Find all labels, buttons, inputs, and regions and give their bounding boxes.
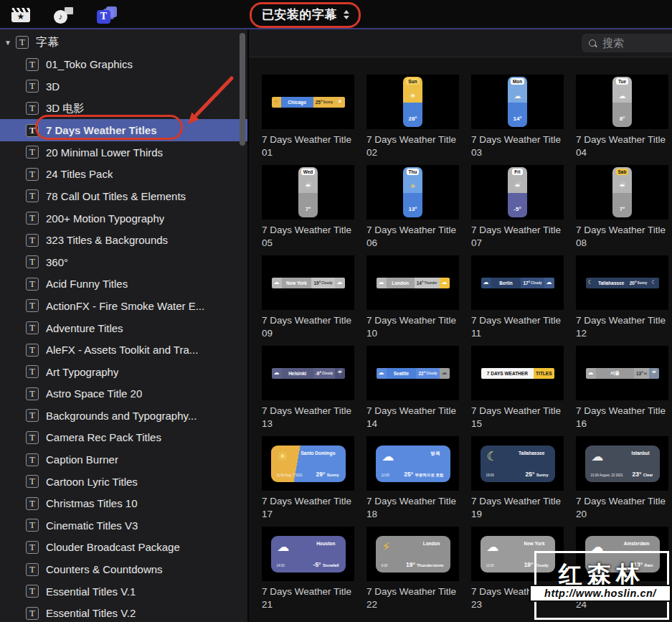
- sidebar-item[interactable]: TClouder Broadcast Package: [0, 537, 247, 559]
- title-thumbnail[interactable]: Istanbul☁21:00 August, 22 202123° Clear: [576, 436, 668, 491]
- cloud-icon: ☁: [619, 93, 626, 100]
- time-label: 21:00 August, 22 2021: [591, 473, 623, 477]
- sidebar-item[interactable]: TCinematic Titles V3: [0, 514, 247, 537]
- sidebar-item[interactable]: TAdventure Titles: [0, 317, 247, 339]
- title-caption: 7 Days Weather Title 21: [262, 585, 354, 611]
- sidebar-item[interactable]: TAstro Space Title 20: [0, 383, 247, 405]
- title-thumbnail[interactable]: ☀Chicago25°Sunny☀: [262, 75, 354, 129]
- day-label: Fri: [512, 169, 522, 175]
- sidebar-item[interactable]: TCaption Burner: [0, 448, 247, 471]
- title-thumbnail[interactable]: ☾Tallahassee20°Sunny☾: [576, 255, 668, 310]
- sidebar-item[interactable]: T7 Days Weather Titles: [0, 119, 247, 141]
- title-tile[interactable]: ☁서울13°비☔7 Days Weather Title 16: [576, 346, 668, 430]
- weather-lowerthird-bar: ☁Seattle22°Cloudy☁: [377, 368, 450, 379]
- title-tile[interactable]: Thu☀13°7 Days Weather Title 06: [366, 165, 459, 249]
- media-browser-button[interactable]: ♪: [53, 6, 75, 24]
- title-thumbnail[interactable]: ☁Helsinki-9°Cloudy☔: [262, 346, 354, 400]
- temperature-label: 14°: [513, 116, 521, 122]
- title-thumbnail[interactable]: ☁Seattle22°Cloudy☁: [366, 346, 459, 400]
- sidebar-item[interactable]: T3D: [0, 75, 247, 98]
- title-tile[interactable]: Santo Domingo☀11:00 Aug, 7 202129° Sunny…: [262, 436, 354, 520]
- sidebar-item[interactable]: TEssential Titles V.1: [0, 580, 247, 603]
- title-thumbnail[interactable]: Sun☀28°: [366, 75, 459, 129]
- title-tile[interactable]: Istanbul☁21:00 August, 22 202123° Clear7…: [576, 436, 668, 520]
- weather-wide-card: Houston☁14:00-5° Snowfall: [271, 536, 346, 572]
- sidebar-item[interactable]: TCamera Rec Pack Titles: [0, 427, 247, 449]
- installed-titles-dropdown[interactable]: 已安装的字幕: [250, 2, 361, 28]
- title-tile[interactable]: London⚡9:0019° Thunderstorm7 Days Weathe…: [366, 527, 459, 611]
- sidebar-item[interactable]: TCartoon Lyric Titles: [0, 471, 247, 493]
- title-tile[interactable]: ☁Seattle22°Cloudy☁7 Days Weather Title 1…: [366, 346, 459, 430]
- title-thumbnail[interactable]: ☁서울13°비☔: [576, 346, 668, 400]
- title-tile[interactable]: ☁London14°Thunder☁7 Days Weather Title 1…: [366, 255, 459, 339]
- sidebar-item[interactable]: T78 Call Out Titles & Elements: [0, 185, 247, 207]
- title-caption: 7 Days Weather Title 13: [262, 405, 354, 430]
- title-tile[interactable]: Tue☁8°7 Days Weather Title 04: [576, 75, 668, 159]
- title-tile[interactable]: ☁Berlin17°Cloudy☁7 Days Weather Title 11: [471, 255, 564, 339]
- title-tile[interactable]: ☀Chicago25°Sunny☀7 Days Weather Title 01: [262, 75, 354, 159]
- title-tile[interactable]: Fri☔-5°7 Days Weather Title 07: [471, 165, 564, 249]
- sidebar-item[interactable]: TEssential Titles V.2: [0, 602, 247, 622]
- search-field[interactable]: 搜索: [582, 34, 672, 52]
- sun-icon: ☀: [278, 449, 288, 463]
- sidebar-item[interactable]: TAleFX - Assets Toolkit and Tra...: [0, 339, 247, 361]
- sidebar-item[interactable]: ▼T字幕: [0, 32, 247, 54]
- title-thumbnail[interactable]: ☁London14°Thunder☁: [366, 255, 459, 310]
- title-tile[interactable]: ☁Helsinki-9°Cloudy☔7 Days Weather Title …: [262, 346, 354, 430]
- sidebar-item[interactable]: TArt Typography: [0, 361, 247, 383]
- sidebar-item[interactable]: TBackgrounds and Typography...: [0, 405, 247, 427]
- effects-browser-button[interactable]: ★: [10, 6, 32, 24]
- sidebar-item-label: ActionFX - Fire Smoke Water E...: [46, 300, 204, 312]
- cloud-icon: ☁: [274, 370, 280, 376]
- title-tile[interactable]: Houston☁14:00-5° Snowfall7 Days Weather …: [262, 527, 354, 611]
- title-thumbnail[interactable]: Mon☁14°: [471, 75, 564, 129]
- sidebar-scrollbar-thumb[interactable]: [240, 33, 245, 146]
- title-tile[interactable]: Sun☀28°7 Days Weather Title 02: [366, 75, 459, 159]
- rain-icon: ☔: [619, 183, 625, 190]
- title-tile[interactable]: 7 DAYS WEATHERTITLES7 Days Weather Title…: [471, 346, 564, 430]
- weather-wide-card: 방콕☁12:0025° 부분적으로 흐림: [376, 446, 450, 482]
- title-thumbnail[interactable]: ☁New York19°Cloudy☁: [262, 255, 354, 310]
- sidebar-item[interactable]: T360°: [0, 251, 247, 273]
- sidebar-item[interactable]: T20 Minimal Lower Thirds: [0, 141, 247, 164]
- title-thumbnail[interactable]: 7 DAYS WEATHERTITLES: [471, 346, 564, 400]
- sidebar-item[interactable]: T3D 电影: [0, 98, 247, 120]
- sidebar-item[interactable]: T01_Toko Graphics: [0, 54, 247, 76]
- sidebar-item[interactable]: TChristmas Titles 10: [0, 492, 247, 514]
- title-thumbnail[interactable]: 방콕☁12:0025° 부분적으로 흐림: [366, 436, 459, 491]
- title-tile[interactable]: Tallahassee☾19:0025° Sunny7 Days Weather…: [471, 436, 564, 520]
- title-thumbnail[interactable]: Wed☔7°: [262, 165, 354, 220]
- title-thumbnail[interactable]: Tallahassee☾19:0025° Sunny: [471, 436, 564, 491]
- sidebar-item[interactable]: T24 Titles Pack: [0, 164, 247, 186]
- title-tile[interactable]: ☾Tallahassee20°Sunny☾7 Days Weather Titl…: [576, 255, 668, 339]
- sidebar-item[interactable]: T200+ Motion Typography: [0, 207, 247, 230]
- sidebar-item[interactable]: TCounters & Countdowns: [0, 558, 247, 580]
- titles-t-icon: T: [97, 6, 117, 24]
- title-caption: 7 Days Weather Title 09: [262, 314, 354, 339]
- title-thumbnail[interactable]: Tue☁8°: [576, 75, 668, 129]
- titles-generators-browser-button[interactable]: T: [96, 6, 118, 24]
- title-thumbnail[interactable]: Santo Domingo☀11:00 Aug, 7 202129° Sunny: [262, 436, 354, 491]
- title-thumbnail[interactable]: Thu☀13°: [366, 165, 459, 220]
- city-label: Houston: [316, 541, 335, 546]
- sidebar-item[interactable]: T323 Titles & Backgrounds: [0, 229, 247, 251]
- sidebar-item-label: 323 Titles & Backgrounds: [46, 234, 168, 246]
- clapperboard-star-icon: ★: [11, 8, 30, 22]
- sidebar-item[interactable]: TActionFX - Fire Smoke Water E...: [0, 295, 247, 317]
- title-thumbnail[interactable]: Sab☔7°: [576, 165, 668, 220]
- title-tile[interactable]: Mon☁14°7 Days Weather Title 03: [471, 75, 564, 159]
- title-thumbnail[interactable]: ☁Berlin17°Cloudy☁: [471, 255, 564, 310]
- title-tile[interactable]: Sab☔7°7 Days Weather Title 08: [576, 165, 668, 249]
- sidebar-item-label: 字幕: [36, 35, 59, 50]
- title-tile[interactable]: ☁New York19°Cloudy☁7 Days Weather Title …: [262, 255, 354, 339]
- title-thumbnail[interactable]: Houston☁14:00-5° Snowfall: [262, 527, 354, 581]
- disclosure-triangle-icon[interactable]: ▼: [4, 39, 16, 47]
- sidebar-item-label: 3D: [46, 80, 60, 93]
- sidebar-item[interactable]: TAcid Funny Titles: [0, 273, 247, 296]
- title-thumbnail[interactable]: Fri☔-5°: [471, 165, 564, 220]
- title-tile[interactable]: 방콕☁12:0025° 부분적으로 흐림7 Days Weather Title…: [366, 436, 459, 520]
- title-thumbnail[interactable]: London⚡9:0019° Thunderstorm: [366, 527, 459, 581]
- title-caption: 7 Days Weather Title 12: [576, 314, 668, 339]
- title-caption: 7 Days Weather Title 19: [471, 495, 564, 520]
- title-tile[interactable]: Wed☔7°7 Days Weather Title 05: [262, 165, 354, 249]
